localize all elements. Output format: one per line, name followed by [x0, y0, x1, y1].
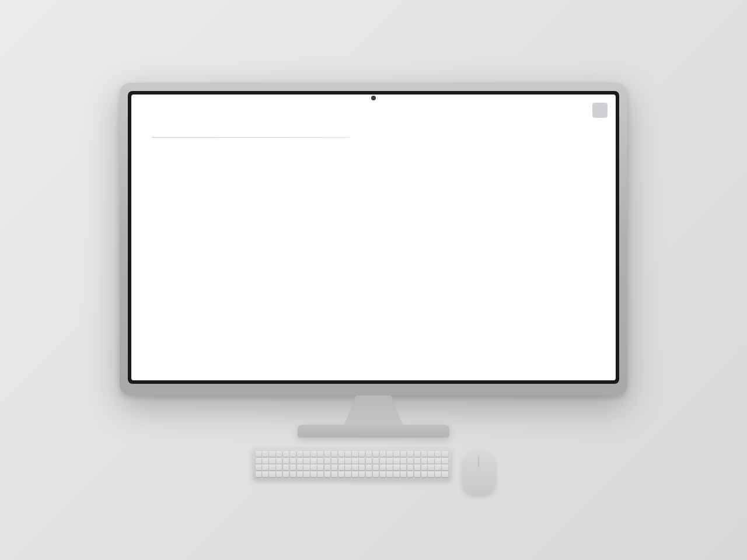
slide-header [152, 111, 595, 128]
monitor-camera [371, 96, 376, 100]
monitor-outer [120, 83, 627, 396]
monitor-stand-base [298, 425, 449, 438]
mouse [463, 451, 495, 495]
monitor-inner [128, 91, 619, 384]
slide-content [131, 94, 616, 380]
header-divider [152, 137, 350, 138]
slide-badge [592, 103, 608, 118]
services-grid [152, 149, 595, 363]
monitor-wrapper: const kb = document.querySelector('.keyb… [120, 83, 627, 495]
monitor-screen [131, 94, 616, 380]
keyboard-area: const kb = document.querySelector('.keyb… [253, 448, 495, 495]
keyboard: const kb = document.querySelector('.keyb… [253, 448, 451, 480]
monitor-stand-neck [344, 396, 403, 425]
